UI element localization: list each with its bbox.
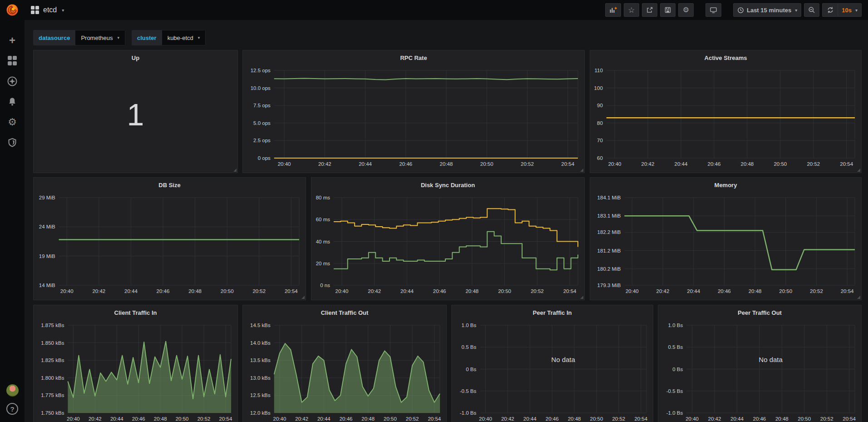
svg-text:20:50: 20:50	[384, 416, 397, 422]
panel-resize-handle[interactable]	[857, 296, 860, 299]
svg-text:-0.5 Bs: -0.5 Bs	[666, 388, 683, 394]
gear-icon: ⚙	[683, 6, 689, 14]
star-icon: ☆	[628, 6, 635, 14]
svg-text:20:50: 20:50	[176, 416, 189, 422]
svg-text:20:50: 20:50	[774, 161, 787, 167]
variable-datasource-dropdown[interactable]: Prometheus ▾	[75, 30, 125, 45]
sidebar-item-create[interactable]: +	[0, 30, 25, 50]
svg-text:0 Bs: 0 Bs	[466, 367, 476, 372]
refresh-interval-dropdown[interactable]: 10s ▾	[838, 3, 862, 17]
dashboard-title[interactable]: etcd ▾	[31, 6, 64, 14]
panel-resize-handle[interactable]	[233, 169, 237, 172]
time-range-picker[interactable]: Last 15 minutes ▾	[733, 3, 801, 17]
help-icon: ?	[10, 405, 14, 413]
svg-text:80: 80	[597, 120, 603, 126]
variable-cluster-dropdown[interactable]: kube-etcd ▾	[162, 30, 206, 45]
chevron-down-icon: ▾	[117, 35, 119, 40]
panel-title[interactable]: RPC Rate	[243, 50, 584, 62]
svg-text:20:54: 20:54	[841, 288, 854, 294]
save-button[interactable]	[660, 3, 676, 17]
svg-text:179.3 MiB: 179.3 MiB	[597, 283, 621, 288]
sidebar-bottom: ?	[6, 384, 19, 422]
chart-db[interactable]: 29 MiB24 MiB19 MiB14 MiB20:4020:4220:442…	[34, 189, 306, 297]
svg-text:20:50: 20:50	[498, 288, 511, 294]
sidebar-item-dashboards[interactable]	[0, 50, 25, 71]
panel-title[interactable]: Disk Sync Duration	[311, 178, 584, 189]
svg-text:12.5 ops: 12.5 ops	[251, 68, 271, 73]
panel-resize-handle[interactable]	[301, 296, 305, 299]
user-avatar[interactable]	[6, 384, 19, 397]
svg-text:90: 90	[597, 103, 603, 108]
chart-cti[interactable]: 1.875 kBs1.850 kBs1.825 kBs1.800 kBs1.77…	[34, 317, 237, 422]
svg-text:20:44: 20:44	[317, 416, 330, 422]
svg-text:20:54: 20:54	[285, 288, 298, 294]
sidebar-item-alerting[interactable]	[0, 91, 25, 112]
svg-text:20:48: 20:48	[188, 288, 202, 294]
chart-pti[interactable]: 1.0 Bs0.5 Bs0 Bs-0.5 Bs-1.0 Bs20:4020:42…	[452, 317, 653, 422]
grafana-logo[interactable]	[0, 3, 25, 17]
chevron-down-icon: ▾	[62, 8, 64, 13]
panel-pti: Peer Traffic In1.0 Bs0.5 Bs0 Bs-0.5 Bs-1…	[451, 305, 653, 422]
svg-text:20:54: 20:54	[634, 416, 647, 422]
sidebar-item-configuration[interactable]: ⚙	[0, 112, 25, 132]
refresh-button[interactable]	[822, 3, 838, 17]
panel-title[interactable]: Peer Traffic In	[452, 305, 653, 317]
svg-text:10.0 ops: 10.0 ops	[251, 85, 271, 91]
help-button[interactable]: ?	[6, 403, 18, 415]
refresh-group: 10s ▾	[822, 3, 862, 17]
svg-text:0.5 Bs: 0.5 Bs	[462, 344, 477, 350]
time-range-label: Last 15 minutes	[747, 7, 791, 14]
svg-text:20:54: 20:54	[840, 161, 853, 167]
svg-text:60 ms: 60 ms	[316, 217, 330, 222]
dashboard-settings-button[interactable]: ⚙	[678, 3, 694, 17]
svg-text:20:48: 20:48	[568, 416, 581, 422]
svg-text:14.0 kBs: 14.0 kBs	[250, 340, 271, 346]
svg-text:20:44: 20:44	[687, 288, 700, 294]
panel-title[interactable]: Client Traffic Out	[243, 305, 446, 317]
svg-text:20:42: 20:42	[708, 416, 721, 422]
sidebar-item-explore[interactable]	[0, 71, 25, 91]
panel-title[interactable]: Memory	[590, 178, 861, 189]
chart-mem[interactable]: 184.1 MiB183.1 MiB182.2 MiB181.2 MiB180.…	[590, 189, 861, 297]
svg-text:20:46: 20:46	[718, 288, 731, 294]
star-button[interactable]: ☆	[624, 3, 639, 17]
svg-text:180.2 MiB: 180.2 MiB	[597, 266, 621, 272]
svg-text:20:42: 20:42	[641, 161, 655, 167]
chart-cto[interactable]: 14.5 kBs14.0 kBs13.5 kBs13.0 kBs12.5 kBs…	[243, 317, 446, 422]
share-button[interactable]	[642, 3, 657, 17]
chart-pto[interactable]: 1.0 Bs0.5 Bs0 Bs-0.5 Bs-1.0 Bs20:4020:42…	[658, 317, 861, 422]
panel-title[interactable]: Up	[34, 50, 237, 62]
tv-mode-button[interactable]	[705, 3, 721, 17]
chart-streams[interactable]: 1101009080706020:4020:4220:4420:4620:482…	[590, 62, 861, 170]
sidebar-item-server-admin[interactable]	[0, 132, 25, 153]
svg-text:12.5 kBs: 12.5 kBs	[250, 392, 271, 398]
panel-title[interactable]: DB Size	[34, 178, 306, 189]
panel-resize-handle[interactable]	[857, 169, 860, 172]
panel-resize-handle[interactable]	[580, 169, 583, 172]
svg-text:20:48: 20:48	[361, 416, 375, 422]
panel-title[interactable]: Client Traffic In	[34, 305, 237, 317]
svg-text:20:46: 20:46	[546, 416, 559, 422]
dashboard-area: datasource Prometheus ▾ cluster kube-etc…	[25, 20, 868, 422]
bell-icon	[7, 97, 17, 107]
svg-text:1.750 kBs: 1.750 kBs	[41, 410, 64, 416]
chart-rpc[interactable]: 12.5 ops10.0 ops7.5 ops5.0 ops2.5 ops0 o…	[243, 62, 584, 170]
svg-text:20:52: 20:52	[197, 416, 211, 422]
panel-title[interactable]: Active Streams	[590, 50, 861, 62]
zoom-out-button[interactable]	[804, 3, 819, 17]
variable-label: datasource	[33, 30, 75, 45]
svg-text:20:42: 20:42	[92, 288, 105, 294]
panel-resize-handle[interactable]	[580, 296, 583, 299]
svg-text:19 MiB: 19 MiB	[39, 253, 55, 259]
svg-text:20:54: 20:54	[219, 416, 232, 422]
chevron-down-icon: ▾	[198, 35, 200, 40]
panel-streams: Active Streams1101009080706020:4020:4220…	[590, 50, 862, 173]
svg-text:40 ms: 40 ms	[316, 239, 330, 244]
panel-title[interactable]: Peer Traffic Out	[658, 305, 861, 317]
svg-text:110: 110	[594, 68, 602, 73]
svg-text:183.1 MiB: 183.1 MiB	[597, 213, 621, 218]
add-panel-button[interactable]	[605, 3, 621, 17]
shield-icon	[7, 138, 17, 148]
svg-text:20:44: 20:44	[400, 288, 414, 294]
chart-disk[interactable]: 80 ms60 ms40 ms20 ms0 ns20:4020:4220:442…	[311, 189, 584, 297]
